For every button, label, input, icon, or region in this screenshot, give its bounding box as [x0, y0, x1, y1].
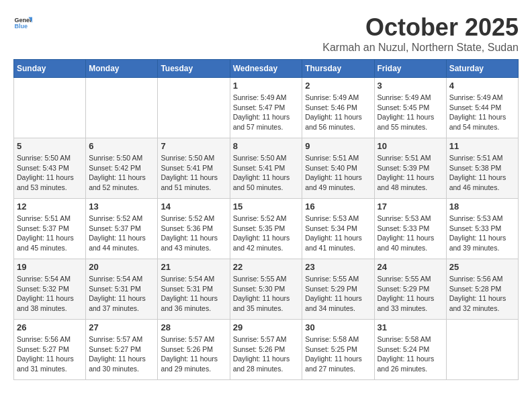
- day-info: Sunrise: 5:57 AM Sunset: 5:26 PM Dayligh…: [161, 334, 226, 374]
- day-cell: 19Sunrise: 5:54 AM Sunset: 5:32 PM Dayli…: [14, 259, 86, 320]
- day-number: 27: [89, 322, 154, 332]
- day-cell: 1Sunrise: 5:49 AM Sunset: 5:47 PM Daylig…: [230, 78, 302, 138]
- day-info: Sunrise: 5:51 AM Sunset: 5:37 PM Dayligh…: [17, 214, 83, 253]
- day-cell: 20Sunrise: 5:54 AM Sunset: 5:31 PM Dayli…: [86, 259, 158, 320]
- calendar-body: 1Sunrise: 5:49 AM Sunset: 5:47 PM Daylig…: [14, 78, 519, 380]
- day-info: Sunrise: 5:52 AM Sunset: 5:37 PM Dayligh…: [89, 214, 154, 253]
- day-number: 28: [161, 322, 226, 332]
- day-number: 25: [449, 262, 515, 272]
- day-number: 30: [305, 322, 371, 332]
- day-info: Sunrise: 5:50 AM Sunset: 5:42 PM Dayligh…: [89, 153, 154, 193]
- day-cell: 3Sunrise: 5:49 AM Sunset: 5:45 PM Daylig…: [374, 78, 446, 138]
- day-number: 26: [17, 322, 83, 332]
- day-number: 13: [89, 201, 154, 212]
- day-number: 2: [305, 81, 371, 91]
- day-info: Sunrise: 5:50 AM Sunset: 5:41 PM Dayligh…: [161, 153, 226, 193]
- day-cell: 30Sunrise: 5:58 AM Sunset: 5:25 PM Dayli…: [302, 320, 374, 380]
- day-info: Sunrise: 5:53 AM Sunset: 5:33 PM Dayligh…: [449, 214, 515, 253]
- day-cell: 12Sunrise: 5:51 AM Sunset: 5:37 PM Dayli…: [14, 199, 86, 259]
- day-number: 6: [89, 141, 154, 151]
- day-info: Sunrise: 5:55 AM Sunset: 5:29 PM Dayligh…: [305, 274, 371, 314]
- day-number: 18: [449, 201, 515, 212]
- day-header-saturday: Saturday: [446, 60, 518, 78]
- day-number: 8: [233, 141, 300, 151]
- month-title: October 2025: [322, 13, 519, 42]
- day-info: Sunrise: 5:52 AM Sunset: 5:36 PM Dayligh…: [161, 214, 226, 253]
- day-info: Sunrise: 5:49 AM Sunset: 5:47 PM Dayligh…: [233, 93, 300, 132]
- day-cell: 22Sunrise: 5:55 AM Sunset: 5:30 PM Dayli…: [230, 259, 302, 320]
- day-number: 24: [378, 262, 443, 272]
- title-section: October 2025 Karmah an Nuzul, Northern S…: [322, 13, 519, 54]
- day-number: 21: [161, 262, 226, 272]
- week-row-5: 26Sunrise: 5:56 AM Sunset: 5:27 PM Dayli…: [14, 320, 519, 380]
- day-info: Sunrise: 5:58 AM Sunset: 5:25 PM Dayligh…: [305, 334, 371, 374]
- calendar-header-row: SundayMondayTuesdayWednesdayThursdayFrid…: [14, 60, 519, 78]
- day-info: Sunrise: 5:49 AM Sunset: 5:46 PM Dayligh…: [305, 93, 371, 132]
- day-number: 4: [449, 81, 515, 91]
- week-row-3: 12Sunrise: 5:51 AM Sunset: 5:37 PM Dayli…: [14, 199, 519, 259]
- day-number: 22: [233, 262, 300, 272]
- day-info: Sunrise: 5:56 AM Sunset: 5:28 PM Dayligh…: [449, 274, 515, 314]
- day-cell: 18Sunrise: 5:53 AM Sunset: 5:33 PM Dayli…: [446, 199, 518, 259]
- logo-icon: General Blue: [13, 13, 32, 32]
- day-info: Sunrise: 5:49 AM Sunset: 5:45 PM Dayligh…: [378, 93, 443, 132]
- day-cell: 13Sunrise: 5:52 AM Sunset: 5:37 PM Dayli…: [86, 199, 158, 259]
- day-number: 3: [378, 81, 443, 91]
- day-info: Sunrise: 5:57 AM Sunset: 5:26 PM Dayligh…: [233, 334, 300, 374]
- day-info: Sunrise: 5:55 AM Sunset: 5:30 PM Dayligh…: [233, 274, 300, 314]
- day-cell: 28Sunrise: 5:57 AM Sunset: 5:26 PM Dayli…: [158, 320, 230, 380]
- location-title: Karmah an Nuzul, Northern State, Sudan: [322, 42, 519, 54]
- day-number: 23: [305, 262, 371, 272]
- day-info: Sunrise: 5:58 AM Sunset: 5:24 PM Dayligh…: [378, 334, 443, 374]
- day-number: 10: [378, 141, 443, 151]
- day-number: 5: [17, 141, 83, 151]
- day-info: Sunrise: 5:52 AM Sunset: 5:35 PM Dayligh…: [233, 214, 300, 253]
- day-info: Sunrise: 5:54 AM Sunset: 5:31 PM Dayligh…: [161, 274, 226, 314]
- day-cell: 17Sunrise: 5:53 AM Sunset: 5:33 PM Dayli…: [374, 199, 446, 259]
- day-number: 1: [233, 81, 300, 91]
- day-cell: 21Sunrise: 5:54 AM Sunset: 5:31 PM Dayli…: [158, 259, 230, 320]
- day-cell: 29Sunrise: 5:57 AM Sunset: 5:26 PM Dayli…: [230, 320, 302, 380]
- day-info: Sunrise: 5:53 AM Sunset: 5:34 PM Dayligh…: [305, 214, 371, 253]
- day-number: 14: [161, 201, 226, 212]
- day-info: Sunrise: 5:49 AM Sunset: 5:44 PM Dayligh…: [449, 93, 515, 132]
- day-info: Sunrise: 5:50 AM Sunset: 5:43 PM Dayligh…: [17, 153, 83, 193]
- day-info: Sunrise: 5:53 AM Sunset: 5:33 PM Dayligh…: [378, 214, 443, 253]
- day-info: Sunrise: 5:51 AM Sunset: 5:39 PM Dayligh…: [378, 153, 443, 193]
- day-number: 9: [305, 141, 371, 151]
- day-number: 15: [233, 201, 300, 212]
- day-cell: 16Sunrise: 5:53 AM Sunset: 5:34 PM Dayli…: [302, 199, 374, 259]
- week-row-1: 1Sunrise: 5:49 AM Sunset: 5:47 PM Daylig…: [14, 78, 519, 138]
- day-number: 7: [161, 141, 226, 151]
- day-cell: 25Sunrise: 5:56 AM Sunset: 5:28 PM Dayli…: [446, 259, 518, 320]
- svg-text:Blue: Blue: [14, 23, 28, 30]
- day-cell: 7Sunrise: 5:50 AM Sunset: 5:41 PM Daylig…: [158, 138, 230, 199]
- day-cell: [86, 78, 158, 138]
- calendar-table: SundayMondayTuesdayWednesdayThursdayFrid…: [13, 59, 519, 380]
- day-cell: 5Sunrise: 5:50 AM Sunset: 5:43 PM Daylig…: [14, 138, 86, 199]
- day-cell: [14, 78, 86, 138]
- day-cell: [446, 320, 518, 380]
- day-cell: 4Sunrise: 5:49 AM Sunset: 5:44 PM Daylig…: [446, 78, 518, 138]
- page-header: General Blue October 2025 Karmah an Nuzu…: [13, 13, 519, 54]
- day-number: 12: [17, 201, 83, 212]
- day-cell: 23Sunrise: 5:55 AM Sunset: 5:29 PM Dayli…: [302, 259, 374, 320]
- day-cell: 26Sunrise: 5:56 AM Sunset: 5:27 PM Dayli…: [14, 320, 86, 380]
- day-info: Sunrise: 5:54 AM Sunset: 5:31 PM Dayligh…: [89, 274, 154, 314]
- day-cell: 8Sunrise: 5:50 AM Sunset: 5:41 PM Daylig…: [230, 138, 302, 199]
- day-cell: 9Sunrise: 5:51 AM Sunset: 5:40 PM Daylig…: [302, 138, 374, 199]
- day-cell: 11Sunrise: 5:51 AM Sunset: 5:38 PM Dayli…: [446, 138, 518, 199]
- day-info: Sunrise: 5:50 AM Sunset: 5:41 PM Dayligh…: [233, 153, 300, 193]
- day-cell: 6Sunrise: 5:50 AM Sunset: 5:42 PM Daylig…: [86, 138, 158, 199]
- logo: General Blue: [13, 13, 32, 32]
- day-info: Sunrise: 5:55 AM Sunset: 5:29 PM Dayligh…: [378, 274, 443, 314]
- day-cell: 31Sunrise: 5:58 AM Sunset: 5:24 PM Dayli…: [374, 320, 446, 380]
- day-number: 29: [233, 322, 300, 332]
- week-row-4: 19Sunrise: 5:54 AM Sunset: 5:32 PM Dayli…: [14, 259, 519, 320]
- day-info: Sunrise: 5:51 AM Sunset: 5:40 PM Dayligh…: [305, 153, 371, 193]
- day-cell: 14Sunrise: 5:52 AM Sunset: 5:36 PM Dayli…: [158, 199, 230, 259]
- day-header-thursday: Thursday: [302, 60, 374, 78]
- day-info: Sunrise: 5:51 AM Sunset: 5:38 PM Dayligh…: [449, 153, 515, 193]
- day-cell: 15Sunrise: 5:52 AM Sunset: 5:35 PM Dayli…: [230, 199, 302, 259]
- day-info: Sunrise: 5:56 AM Sunset: 5:27 PM Dayligh…: [17, 334, 83, 374]
